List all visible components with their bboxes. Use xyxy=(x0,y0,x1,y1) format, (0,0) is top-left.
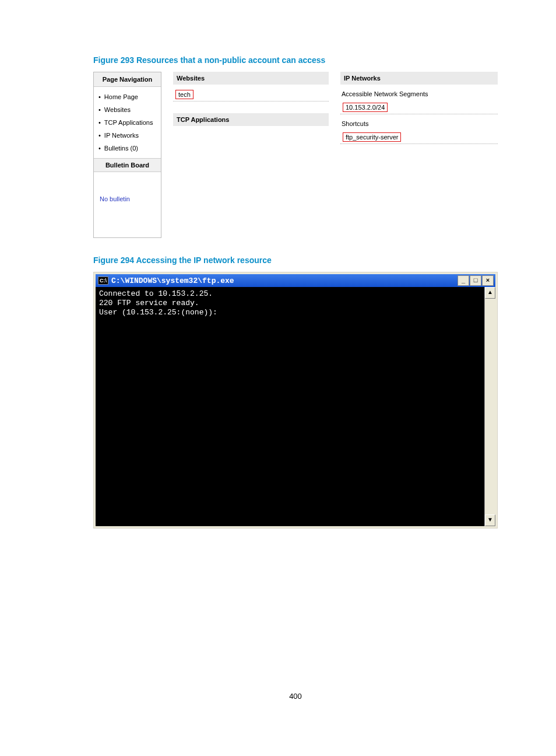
bulletin-board-header: Bulletin Board xyxy=(94,158,161,172)
sidebar-item-tcp-applications[interactable]: TCP Applications xyxy=(98,116,159,129)
maximize-button[interactable]: □ xyxy=(470,275,481,286)
accessible-segments-label: Accessible Network Segments xyxy=(340,88,498,101)
websites-header: Websites xyxy=(173,72,329,85)
ip-networks-header: IP Networks xyxy=(340,72,498,85)
cmd-window: C:\ C:\WINDOWS\system32\ftp.exe _ □ × Co… xyxy=(93,272,498,528)
console-output[interactable]: Connected to 10.153.2.25. 220 FTP servic… xyxy=(96,287,484,526)
figure-293-caption: Figure 293 Resources that a non-public a… xyxy=(93,55,498,65)
shortcut-value-row: ftp_security-server xyxy=(340,131,498,144)
scroll-down-button[interactable]: ▼ xyxy=(485,514,495,526)
window-titlebar[interactable]: C:\ C:\WINDOWS\system32\ftp.exe _ □ × xyxy=(96,274,495,287)
middle-column: Websites tech TCP Applications xyxy=(173,72,329,238)
page-navigation-panel: Page Navigation Home Page Websites TCP A… xyxy=(93,72,161,238)
sidebar-item-websites[interactable]: Websites xyxy=(98,103,159,116)
window-title: C:\WINDOWS\system32\ftp.exe xyxy=(111,276,234,285)
shortcuts-label: Shortcuts xyxy=(340,118,498,131)
scroll-up-button[interactable]: ▲ xyxy=(485,287,495,299)
sidebar-item-ip-networks[interactable]: IP Networks xyxy=(98,129,159,142)
minimize-button[interactable]: _ xyxy=(458,275,469,286)
page-navigation-header: Page Navigation xyxy=(94,72,161,87)
close-button[interactable]: × xyxy=(482,275,494,286)
website-link-tech[interactable]: tech xyxy=(175,90,193,99)
figure-293-body: Page Navigation Home Page Websites TCP A… xyxy=(93,72,498,238)
bulletin-board-body: No bulletin xyxy=(94,172,161,237)
shortcut-link[interactable]: ftp_security-server xyxy=(343,132,401,142)
right-column: IP Networks Accessible Network Segments … xyxy=(340,72,498,238)
cmd-icon: C:\ xyxy=(98,276,108,285)
page-number: 400 xyxy=(93,692,498,701)
tcp-applications-header: TCP Applications xyxy=(173,113,329,126)
sidebar-item-bulletins[interactable]: Bulletins (0) xyxy=(98,142,159,155)
network-segment-link[interactable]: 10.153.2.0/24 xyxy=(343,103,388,112)
websites-value-row: tech xyxy=(173,88,329,102)
segment-value-row: 10.153.2.0/24 xyxy=(340,101,498,114)
figure-294-caption: Figure 294 Accessing the IP network reso… xyxy=(93,256,498,265)
vertical-scrollbar[interactable]: ▲ ▼ xyxy=(484,287,495,526)
scroll-track[interactable] xyxy=(485,299,495,514)
sidebar-item-home-page[interactable]: Home Page xyxy=(98,90,159,103)
